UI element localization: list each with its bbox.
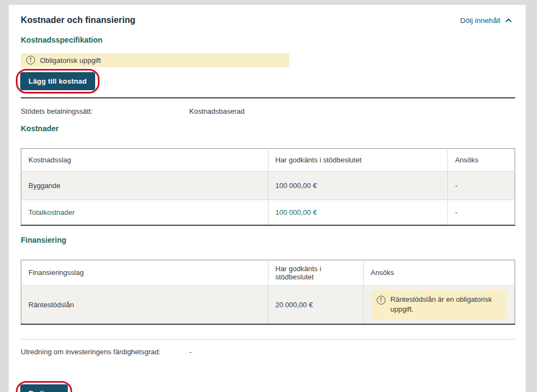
cost-specification-heading: Kostnadsspecifikation (21, 36, 515, 44)
warning-icon: ! (26, 56, 35, 65)
warning-icon: ! (377, 296, 386, 305)
edit-button[interactable]: Redigera (20, 384, 68, 392)
costs-table-header-row: Kostnadsslag Har godkänts i stödbeslutet… (21, 149, 515, 172)
financing-col-header-approved: Har godkänts i stödbeslutet (268, 260, 363, 285)
cost-approved-cell: 100 000,00 € (268, 172, 448, 200)
financing-col-header-type: Finansieringsslag (21, 260, 268, 285)
section-card: Kostnader och finansiering Dölj innehåll… (8, 4, 526, 392)
mandatory-field-banner-text: Obligatorisk uppgift (40, 56, 101, 65)
financing-approved-cell: 20 000,00 € (268, 285, 363, 324)
cost-type-cell: Byggande (21, 172, 268, 200)
chevron-up-icon (505, 18, 512, 22)
hide-content-toggle[interactable]: Dölj innehåll (457, 16, 515, 25)
payment-method-label: Stödets betalningssätt: (21, 107, 189, 115)
hide-content-label: Dölj innehåll (460, 16, 500, 25)
costs-col-header-applied: Ansöks (448, 149, 515, 172)
financing-table: Finansieringsslag Har godkänts i stödbes… (21, 260, 515, 325)
section-header: Kostnader och finansiering Dölj innehåll (21, 15, 515, 25)
financing-col-header-applied: Ansöks (363, 260, 515, 285)
financing-warning-box: ! Räntestödslån är en obligatorisk uppgi… (371, 290, 507, 320)
table-row-byggande: Byggande 100 000,00 € - (21, 172, 515, 200)
total-costs-applied-cell: - (448, 200, 515, 225)
table-row-rantestodslan: Räntestödslån 20 000,00 € ! Räntestödslå… (21, 285, 515, 324)
payment-method-row: Stödets betalningssätt: Kostnadsbaserad (21, 107, 515, 115)
costs-heading: Kostnader (21, 124, 515, 133)
mandatory-field-banner: ! Obligatorisk uppgift (21, 53, 289, 67)
costs-col-header-approved: Har godkänts i stödbeslutet (268, 149, 448, 172)
financing-table-header-row: Finansieringsslag Har godkänts i stödbes… (21, 260, 515, 285)
add-cost-button[interactable]: Lägg till kostnad (20, 72, 95, 90)
financing-applied-cell: ! Räntestödslån är en obligatorisk uppgi… (363, 285, 515, 324)
page-title: Kostnader och finansiering (21, 15, 136, 25)
annotation-highlight-add-cost: Lägg till kostnad (16, 69, 100, 93)
readiness-value: - (189, 348, 191, 356)
section-divider (21, 97, 515, 98)
payment-method-value: Kostnadsbaserad (189, 107, 244, 115)
financing-warning-text: Räntestödslån är en obligatorisk uppgift… (390, 295, 501, 315)
total-costs-approved-cell: 100 000,00 € (268, 200, 448, 225)
total-costs-label-cell: Totalkostnader (21, 200, 268, 225)
costs-col-header-type: Kostnadsslag (21, 149, 268, 172)
cost-applied-cell: - (448, 172, 515, 200)
financing-heading: Finansiering (21, 236, 515, 244)
table-row-totals: Totalkostnader 100 000,00 € - (21, 200, 515, 225)
readiness-row: Utredning om investeringens färdighetsgr… (21, 348, 515, 356)
costs-table: Kostnadsslag Har godkänts i stödbeslutet… (21, 148, 515, 226)
financing-type-cell: Räntestödslån (21, 285, 268, 324)
annotation-highlight-edit: Redigera (16, 381, 72, 392)
readiness-label: Utredning om investeringens färdighetsgr… (21, 348, 189, 356)
bottom-divider (21, 339, 515, 340)
